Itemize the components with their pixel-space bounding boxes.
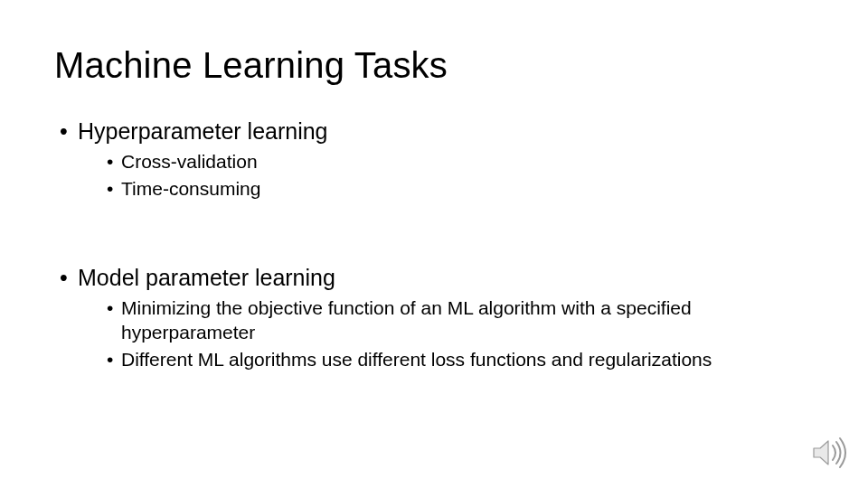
slide-title: Machine Learning Tasks: [54, 45, 814, 86]
bullet-level2-item: Time-consuming: [78, 176, 814, 201]
bullet-level2-item: Minimizing the objective function of an …: [78, 296, 814, 345]
bullet-list-level1: Model parameter learning Minimizing the …: [54, 264, 814, 371]
bullet-list-level2: Cross-validation Time-consuming: [78, 149, 814, 201]
bullet-level1-item: Hyperparameter learning Cross-validation…: [54, 117, 814, 201]
speaker-icon: [810, 434, 848, 472]
bullet-list-level1: Hyperparameter learning Cross-validation…: [54, 117, 814, 201]
bullet-level1-item: Model parameter learning Minimizing the …: [54, 264, 814, 371]
bullet-level2-item: Cross-validation: [78, 149, 814, 174]
bullet-list-level2: Minimizing the objective function of an …: [78, 296, 814, 371]
bullet-level1-text: Model parameter learning: [78, 265, 335, 290]
section-gap: [54, 210, 814, 255]
bullet-level2-item: Different ML algorithms use different lo…: [78, 347, 814, 371]
bullet-level1-text: Hyperparameter learning: [78, 118, 328, 144]
slide: Machine Learning Tasks Hyperparameter le…: [0, 0, 868, 488]
